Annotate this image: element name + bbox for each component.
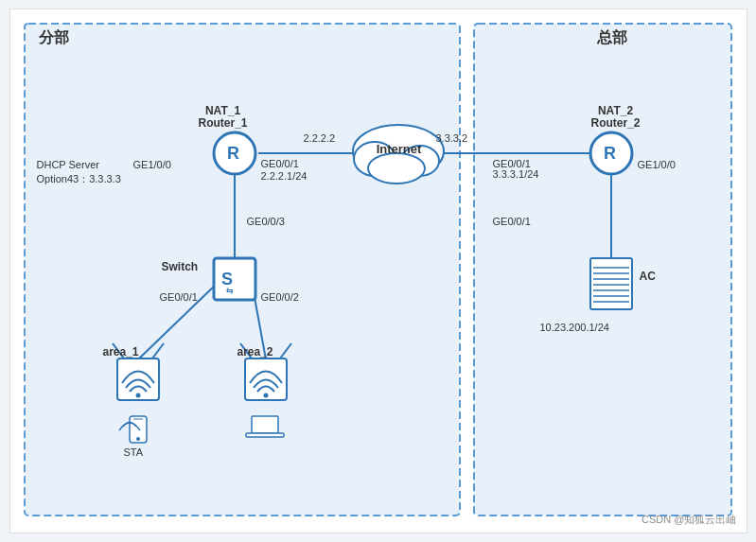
svg-rect-40 [246, 433, 284, 437]
svg-rect-36 [130, 416, 147, 443]
sta-label: STA [124, 446, 144, 458]
internet-label: Internet [375, 142, 424, 156]
r2-ge001b-label: GE0/0/1 [493, 216, 531, 227]
ac-label: AC [640, 270, 656, 283]
sw-ge001-label: GE0/0/1 [160, 291, 198, 303]
diagram-container: R R S ⇆ [9, 9, 747, 533]
svg-text:⇆: ⇆ [226, 286, 234, 295]
r1-ge003-label: GE0/0/3 [247, 216, 285, 227]
svg-text:S: S [221, 270, 233, 288]
sw-ge002-label: GE0/0/2 [261, 291, 299, 303]
svg-point-37 [136, 437, 140, 441]
router1-label: Router_1 [185, 116, 261, 130]
dhcp-label: DHCP Server [37, 159, 99, 170]
internet-right-ip: 3.3.3.2 [436, 132, 468, 144]
svg-rect-16 [214, 258, 255, 300]
ap1-area-label: area_1 [103, 345, 139, 358]
svg-rect-32 [245, 358, 287, 400]
svg-line-35 [280, 343, 291, 358]
svg-rect-19 [590, 258, 632, 309]
internet-left-ip: 2.2.2.2 [304, 132, 336, 144]
svg-text:R: R [227, 144, 239, 163]
ap2-area-label: area_2 [237, 345, 273, 358]
router2-label: Router_2 [578, 116, 654, 130]
svg-rect-39 [252, 416, 278, 433]
svg-point-29 [135, 393, 140, 398]
svg-point-33 [263, 393, 268, 398]
option43-label: Option43：3.3.3.3 [37, 172, 121, 186]
r2-ge100-label: GE1/0/0 [638, 159, 676, 170]
r1-ge100-label: GE1/0/0 [133, 159, 171, 170]
hq-label: 总部 [597, 28, 627, 48]
r2-ip-label: 3.3.3.1/24 [493, 168, 539, 180]
r1-ge001-label: GE0/0/1 [261, 158, 299, 169]
ac-ip-label: 10.23.200.1/24 [540, 322, 609, 333]
svg-line-31 [152, 343, 164, 358]
svg-point-14 [590, 132, 632, 174]
watermark: CSDN @知狐云出岫 [642, 513, 736, 527]
svg-point-11 [368, 153, 425, 184]
nat1-label: NAT_1 [185, 104, 261, 117]
branch-label: 分部 [39, 28, 69, 48]
connection-lines: R R S ⇆ [10, 9, 747, 533]
svg-rect-0 [25, 24, 460, 516]
r1-ip-label: 2.2.2.1/24 [261, 170, 308, 182]
switch-label: Switch [162, 260, 199, 273]
nat2-label: NAT_2 [578, 104, 654, 117]
svg-text:R: R [604, 144, 616, 163]
svg-point-12 [214, 132, 255, 174]
svg-rect-1 [474, 24, 731, 516]
svg-rect-28 [117, 358, 159, 400]
